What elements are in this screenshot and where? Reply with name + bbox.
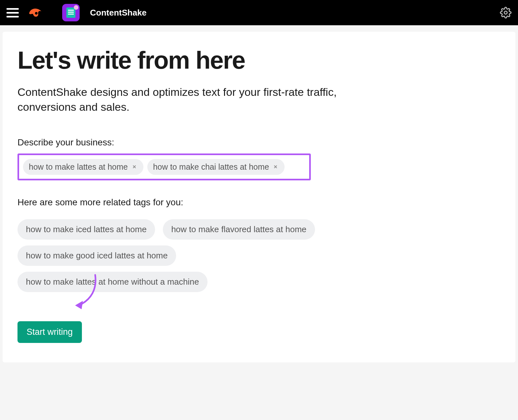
menu-icon[interactable] — [6, 6, 21, 20]
settings-icon[interactable] — [500, 7, 512, 18]
tag-label: how to make chai lattes at home — [153, 162, 269, 172]
page-subtitle: ContentShake designs and optimizes text … — [17, 85, 341, 115]
remove-tag-icon[interactable] — [131, 164, 138, 170]
selected-tag-chip: how to make chai lattes at home — [147, 159, 285, 175]
describe-label: Describe your business: — [17, 137, 501, 148]
main-card: Let's write from here ContentShake desig… — [3, 32, 515, 362]
app-title: ContentShake — [90, 8, 147, 18]
suggested-tag-chip[interactable]: how to make flavored lattes at home — [163, 219, 315, 240]
suggested-tag-chip[interactable]: how to make lattes at home without a mac… — [17, 272, 208, 292]
svg-point-0 — [35, 12, 38, 15]
remove-tag-icon[interactable] — [272, 164, 279, 170]
business-tag-input[interactable]: how to make lattes at homehow to make ch… — [17, 153, 311, 180]
suggested-tags-container: how to make iced lattes at homehow to ma… — [17, 219, 374, 292]
page-heading: Let's write from here — [17, 47, 501, 73]
contentshake-app-icon[interactable] — [62, 4, 80, 21]
selected-tag-chip: how to make lattes at home — [23, 159, 143, 175]
top-bar: ContentShake — [0, 0, 518, 25]
semrush-logo-icon[interactable] — [27, 5, 43, 20]
tag-label: how to make lattes at home — [29, 162, 128, 172]
suggested-tag-chip[interactable]: how to make good iced lattes at home — [17, 245, 176, 266]
suggested-tag-chip[interactable]: how to make iced lattes at home — [17, 219, 155, 240]
related-tags-label: Here are some more related tags for you: — [17, 197, 501, 208]
start-writing-button[interactable]: Start writing — [17, 321, 82, 343]
svg-point-1 — [504, 11, 507, 14]
